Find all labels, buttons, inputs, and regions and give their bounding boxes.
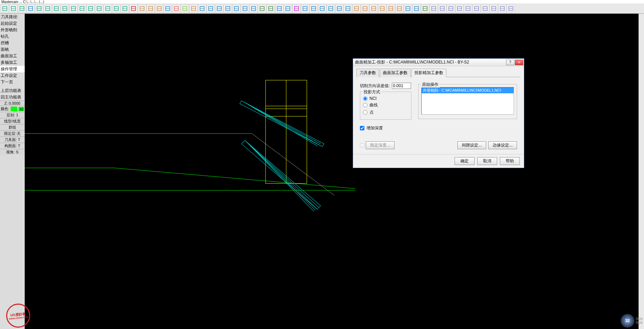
toolbar-button-37[interactable] — [318, 4, 326, 13]
status-view[interactable]: 视角: S — [0, 149, 25, 155]
status-toolface[interactable]: 刀具面: T — [0, 137, 25, 143]
side-item-8[interactable]: 操作管理 — [0, 66, 25, 72]
vertical-scrollbar[interactable] — [639, 14, 644, 329]
toolbar-button-30[interactable] — [258, 4, 266, 13]
toolbar-button-22[interactable] — [189, 4, 198, 13]
toolbar-button-27[interactable] — [232, 4, 241, 13]
status-linetype[interactable]: 线型/线宽 — [0, 118, 25, 124]
status-limit[interactable]: 限定层:关 — [0, 130, 25, 137]
toolbar-button-53[interactable] — [455, 4, 464, 13]
close-icon[interactable]: ✕ — [515, 60, 523, 65]
side-item-13[interactable]: 回主功能表 — [0, 94, 25, 101]
toolbar-button-10[interactable] — [86, 4, 95, 13]
viewport[interactable] — [25, 14, 644, 329]
gap-settings-button[interactable]: 间隙设定... — [457, 141, 486, 149]
toolbar-button-52[interactable] — [447, 4, 455, 13]
toolbar-button-38[interactable] — [327, 4, 335, 13]
status-z[interactable]: Z: 0.0000 — [0, 101, 25, 106]
toolbar-button-46[interactable] — [395, 4, 403, 13]
side-item-3[interactable]: 钻孔 — [0, 33, 25, 40]
toolbar-button-39[interactable] — [335, 4, 343, 13]
radio-nci[interactable] — [363, 96, 367, 101]
toolbar-button-25[interactable] — [215, 4, 223, 13]
side-item-7[interactable]: 多轴加工 — [0, 59, 25, 66]
toolbar-button-16[interactable] — [138, 4, 146, 13]
toolbar-button-32[interactable] — [275, 4, 283, 13]
toolbar-button-55[interactable] — [472, 4, 481, 13]
side-item-10[interactable]: 下一页 — [0, 79, 25, 85]
toolbar-button-48[interactable] — [412, 4, 421, 13]
toolbar-button-43[interactable] — [370, 4, 378, 13]
toolbar-button-7[interactable] — [61, 4, 69, 13]
toolbar-button-41[interactable] — [352, 4, 361, 13]
status-group[interactable]: 群组 — [0, 124, 25, 130]
side-item-2[interactable]: 外形铣削 — [0, 27, 25, 33]
toolbar-button-50[interactable] — [430, 4, 438, 13]
source-op-item[interactable]: 外形铣削 - C:\MCAM8\MILL\NCI\MODEL1.NCI — [422, 87, 514, 93]
toolbar-button-28[interactable] — [241, 4, 249, 13]
toolbar-button-23[interactable] — [198, 4, 206, 13]
toolbar-button-6[interactable] — [52, 4, 60, 13]
toolbar-button-33[interactable] — [284, 4, 292, 13]
side-item-12[interactable]: 上层功能表 — [0, 87, 25, 94]
status-color[interactable]: 颜色: 10 — [0, 106, 25, 112]
toolbar-button-15[interactable] — [129, 4, 138, 13]
ok-button[interactable]: 确定 — [455, 157, 475, 165]
help-button[interactable]: 帮助 — [500, 157, 520, 165]
toolbar-button-19[interactable] — [164, 4, 172, 13]
dialog-titlebar[interactable]: 曲面精加工-投影 - C:\MCAM8\MILL\NCI\MODEL1.NCI … — [353, 59, 524, 66]
toolbar-button-2[interactable] — [18, 4, 26, 13]
status-wcs[interactable]: 构图面: T — [0, 143, 25, 149]
toolbar-button-18[interactable] — [155, 4, 163, 13]
add-depth-checkbox[interactable] — [360, 126, 364, 130]
toolbar-button-45[interactable] — [387, 4, 395, 13]
toolbar-button-42[interactable] — [361, 4, 369, 13]
toolbar-button-20[interactable] — [172, 4, 180, 13]
side-item-0[interactable]: 刀具路径: — [0, 14, 25, 20]
tab-projection-params[interactable]: 投影精加工参数 — [411, 69, 446, 77]
toolbar-button-0[interactable] — [1, 4, 9, 13]
toolbar-button-36[interactable] — [309, 4, 318, 13]
radio-curve[interactable] — [363, 103, 367, 107]
side-item-1[interactable]: 起始设定 — [0, 20, 25, 27]
toolbar-button-54[interactable] — [464, 4, 472, 13]
tab-surface-params[interactable]: 曲面加工参数 — [380, 69, 411, 77]
tolerance-input[interactable] — [392, 83, 411, 89]
toolbar-button-21[interactable] — [181, 4, 189, 13]
toolbar-button-5[interactable] — [44, 4, 52, 13]
toolbar-button-49[interactable] — [421, 4, 429, 13]
toolbar-button-3[interactable] — [26, 4, 35, 13]
toolbar-button-59[interactable] — [507, 4, 515, 13]
toolbar-button-31[interactable] — [267, 4, 275, 13]
toolbar-button-29[interactable] — [249, 4, 258, 13]
radio-point[interactable] — [363, 110, 367, 115]
toolbar-button-56[interactable] — [481, 4, 489, 13]
source-ops-list[interactable]: 外形铣削 - C:\MCAM8\MILL\NCI\MODEL1.NCI — [421, 87, 514, 115]
toolbar-button-35[interactable] — [301, 4, 309, 13]
side-item-9[interactable]: 工作设定 — [0, 72, 25, 79]
cancel-button[interactable]: 取消 — [477, 157, 497, 165]
tab-tool-params[interactable]: 刀具参数 — [356, 69, 379, 77]
toolbar-button-11[interactable] — [95, 4, 103, 13]
help-icon[interactable]: ? — [506, 60, 514, 65]
toolbar-button-34[interactable] — [292, 4, 301, 13]
edge-settings-button[interactable]: 边缘设定... — [488, 141, 517, 149]
toolbar-button-58[interactable] — [498, 4, 506, 13]
toolbar-button-9[interactable] — [78, 4, 86, 13]
toolbar-button-17[interactable] — [147, 4, 155, 13]
side-item-6[interactable]: 曲面加工 — [0, 53, 25, 59]
toolbar-button-14[interactable] — [121, 4, 129, 13]
side-item-5[interactable]: 面铣 — [0, 46, 25, 53]
toolbar-button-4[interactable] — [35, 4, 43, 13]
toolbar-button-51[interactable] — [438, 4, 446, 13]
toolbar-button-44[interactable] — [378, 4, 386, 13]
toolbar-button-13[interactable] — [112, 4, 120, 13]
toolbar-button-40[interactable] — [344, 4, 352, 13]
side-item-4[interactable]: 挖槽 — [0, 40, 25, 46]
toolbar-button-12[interactable] — [104, 4, 112, 13]
toolbar-button-8[interactable] — [69, 4, 78, 13]
toolbar-button-26[interactable] — [224, 4, 232, 13]
toolbar-button-57[interactable] — [490, 4, 498, 13]
toolbar-button-1[interactable] — [9, 4, 17, 13]
toolbar-button-24[interactable] — [207, 4, 215, 13]
